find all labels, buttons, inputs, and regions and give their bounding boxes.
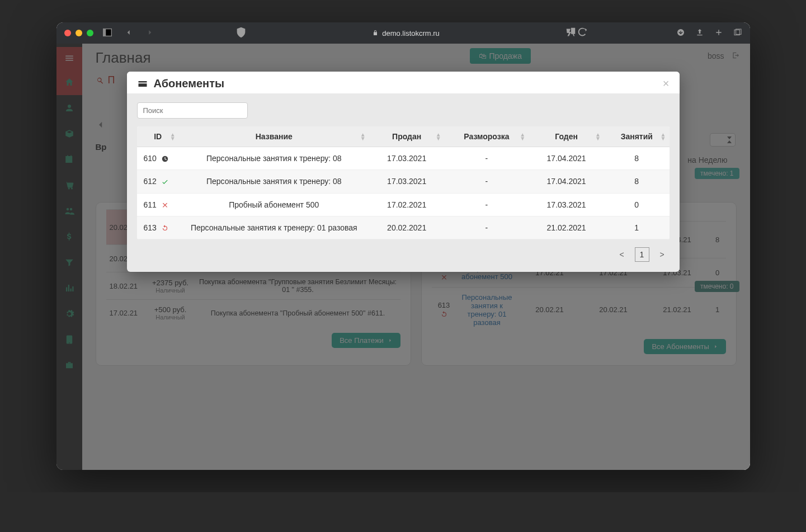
modal-overlay[interactable]: Абонементы × ID▲▼ Название▲▼ Продан▲▼ Ра…: [56, 44, 750, 470]
x-icon: [161, 201, 169, 209]
pager-prev[interactable]: <: [615, 247, 629, 262]
browser-titlebar: demo.listokcrm.ru: [56, 22, 750, 44]
modal-table: ID▲▼ Название▲▼ Продан▲▼ Разморозка▲▼ Го…: [137, 126, 670, 239]
table-row[interactable]: 611 Пробный абонемент 50017.02.2021-17.0…: [137, 193, 670, 216]
share-icon[interactable]: [695, 28, 704, 39]
sidebar-toggle-icon[interactable]: [101, 26, 114, 40]
url-bar[interactable]: demo.listokcrm.ru: [293, 29, 519, 37]
lock-icon: [372, 30, 379, 36]
modal-title: Абонементы: [137, 77, 225, 90]
col-sold[interactable]: Продан: [392, 132, 421, 141]
col-id[interactable]: ID: [154, 132, 162, 141]
window-max-dot[interactable]: [87, 30, 93, 36]
window-min-dot[interactable]: [76, 30, 82, 36]
nav-forward-icon[interactable]: [144, 29, 156, 38]
window-close-dot[interactable]: [64, 30, 71, 36]
translate-icon[interactable]: [564, 26, 577, 40]
reload-icon[interactable]: [577, 26, 589, 40]
pager-next[interactable]: >: [655, 247, 670, 262]
table-row[interactable]: 612 Персональные занятия к тренеру: 0817…: [137, 170, 670, 193]
clock-icon: [161, 155, 169, 163]
refresh-icon: [161, 224, 169, 232]
url-text: demo.listokcrm.ru: [382, 29, 440, 37]
nav-back-icon[interactable]: [122, 29, 135, 38]
table-row[interactable]: 610 Персональные занятия к тренеру: 0817…: [137, 147, 670, 170]
privacy-shield-icon[interactable]: [235, 26, 247, 40]
check-icon: [161, 178, 169, 186]
modal-close-button[interactable]: ×: [663, 77, 670, 90]
pager-page[interactable]: 1: [635, 247, 649, 262]
newtab-icon[interactable]: [714, 28, 723, 39]
downloads-icon[interactable]: [676, 28, 685, 39]
table-row[interactable]: 613 Персональные занятия к тренеру: 01 р…: [137, 216, 670, 239]
pager: < 1 >: [137, 247, 670, 262]
col-valid[interactable]: Годен: [555, 132, 578, 141]
card-icon: [137, 78, 148, 90]
col-unfreeze[interactable]: Разморозка: [464, 132, 509, 141]
subscriptions-modal: Абонементы × ID▲▼ Название▲▼ Продан▲▼ Ра…: [127, 72, 680, 272]
tabs-icon[interactable]: [733, 28, 742, 39]
col-name[interactable]: Название: [256, 132, 293, 141]
modal-search-input[interactable]: [137, 102, 248, 119]
col-sessions[interactable]: Занятий: [621, 132, 653, 141]
